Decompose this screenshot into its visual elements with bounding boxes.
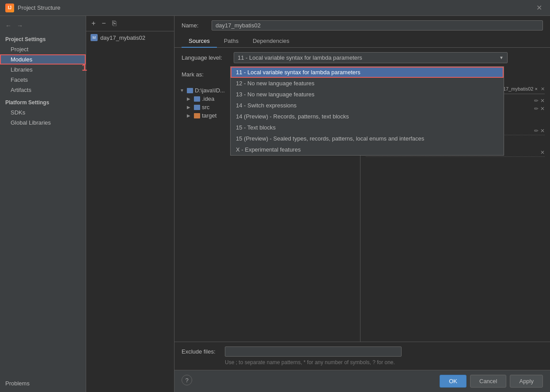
tab-dependencies[interactable]: Dependencies [246, 35, 296, 48]
platform-settings-label: Platform Settings [0, 95, 86, 107]
tree-src-arrow: ▶ [187, 105, 192, 110]
ok-button[interactable]: OK [440, 375, 467, 388]
window-title: Project Structure [18, 4, 61, 11]
add-module-button[interactable]: + [90, 19, 97, 28]
dropdown-arrow-icon: ▼ [499, 55, 504, 60]
mark-as-label: Mark as: [182, 71, 230, 78]
tree-target-label: target [202, 112, 216, 119]
name-input[interactable] [212, 20, 543, 30]
tabs: Sources Paths Dependencies [182, 35, 543, 47]
folder-icon [187, 88, 193, 93]
title-bar: IJ Project Structure ✕ [0, 0, 550, 16]
apply-button[interactable]: Apply [510, 375, 543, 388]
module-icon: M [91, 34, 98, 41]
language-level-value: 11 - Local variable syntax for lambda pa… [238, 54, 362, 61]
exclude-files-label: Exclude files: [182, 348, 221, 355]
sidebar-item-global-libraries[interactable]: Global Libraries [0, 118, 86, 128]
edit-icon-1[interactable]: ✏ [534, 98, 539, 104]
remove-icon-1[interactable]: ✕ [540, 98, 545, 104]
edit-icon-2[interactable]: ✏ [534, 106, 539, 112]
excluded-remove-icon[interactable]: ✕ [540, 149, 545, 156]
src-folder-icon [194, 105, 200, 110]
content-wrapper: Name: Sources Paths Dependencies Languag… [174, 16, 550, 392]
sidebar-item-problems[interactable]: Problems [0, 378, 86, 388]
tree-idea-label: .idea [202, 95, 214, 102]
language-level-dropdown[interactable]: 11 - Local variable syntax for lambda pa… [234, 52, 508, 63]
tree-src-label: src [202, 104, 209, 110]
title-bar-left: IJ Project Structure [5, 4, 61, 12]
sidebar-item-modules[interactable]: Modules [0, 54, 86, 65]
language-level-row: Language level: 11 - Local variable synt… [174, 48, 550, 68]
exclude-row: Exclude files: [182, 346, 543, 357]
sidebar-item-sdks[interactable]: SDKs [0, 107, 86, 118]
sidebar-item-libraries[interactable]: Libraries [0, 65, 86, 75]
exclude-files-section: Exclude files: Use ; to separate name pa… [174, 342, 550, 370]
nav-forward-button[interactable]: → [15, 21, 25, 30]
resource-path-icons: ✏ ✕ [534, 128, 545, 134]
content-area: Name: Sources Paths Dependencies Languag… [174, 16, 550, 370]
dropdown-option-13[interactable]: 13 - No new language features [231, 89, 504, 100]
tab-sources[interactable]: Sources [182, 35, 217, 48]
cancel-button[interactable]: Cancel [470, 375, 506, 388]
dropdown-option-15p[interactable]: 15 (Preview) - Sealed types, records, pa… [231, 133, 504, 144]
sidebar-item-project[interactable]: Project [0, 44, 86, 54]
language-level-dropdown-popup: 11 - Local variable syntax for lambda pa… [230, 66, 504, 156]
footer: ? OK Cancel Apply [174, 370, 550, 392]
help-button[interactable]: ? [182, 375, 192, 385]
mini-tab-close[interactable]: ✕ [541, 86, 545, 91]
remove-module-button[interactable]: − [100, 19, 107, 28]
target-folder-icon [194, 113, 200, 118]
excluded-path-icons: ✕ [540, 149, 545, 156]
tab-paths[interactable]: Paths [217, 35, 246, 48]
tab-content-sources: Language level: 11 - Local variable synt… [174, 48, 550, 370]
resource-remove-icon[interactable]: ✕ [540, 128, 545, 134]
module-list-panel: + − ⎘ M day17_mybatis02 [86, 16, 174, 392]
language-level-label: Language level: [182, 54, 230, 61]
main-layout: ← → Project Settings Project Modules Lib… [0, 16, 550, 392]
content-header: Name: Sources Paths Dependencies [174, 16, 550, 48]
tree-root-arrow: ▼ [180, 88, 185, 93]
dropdown-option-15[interactable]: 15 - Text blocks [231, 122, 504, 133]
sidebar-item-facets[interactable]: Facets [0, 75, 86, 85]
remove-icon-2[interactable]: ✕ [540, 106, 545, 112]
tree-root-label: D:\java\ID... [195, 87, 225, 94]
nav-arrows: ← → [0, 19, 86, 34]
exclude-files-input[interactable] [225, 346, 402, 357]
dropdown-option-14p[interactable]: 14 (Preview) - Records, patterns, text b… [231, 111, 504, 122]
app-logo: IJ [5, 4, 14, 12]
name-row: Name: [182, 20, 543, 30]
dropdown-option-14[interactable]: 14 - Switch expressions [231, 100, 504, 111]
sidebar-item-artifacts[interactable]: Artifacts [0, 85, 86, 95]
module-toolbar: + − ⎘ [86, 16, 174, 31]
copy-module-button[interactable]: ⎘ [110, 19, 118, 28]
dropdown-option-x[interactable]: X - Experimental features [231, 144, 504, 155]
module-name: day17_mybatis02 [100, 34, 145, 41]
name-label: Name: [182, 22, 208, 29]
idea-folder-icon [194, 96, 200, 102]
project-settings-label: Project Settings [0, 34, 86, 44]
nav-back-button[interactable]: ← [4, 21, 13, 30]
dropdown-option-12[interactable]: 12 - No new language features [231, 78, 504, 89]
resource-edit-icon[interactable]: ✏ [534, 128, 539, 134]
module-item[interactable]: M day17_mybatis02 [86, 31, 174, 44]
dropdown-option-11[interactable]: 11 - Local variable syntax for lambda pa… [231, 67, 504, 78]
sidebar: ← → Project Settings Project Modules Lib… [0, 16, 86, 392]
close-button[interactable]: ✕ [534, 3, 545, 13]
tree-idea-arrow: ▶ [187, 96, 192, 101]
tree-target-arrow: ▶ [187, 113, 192, 118]
exclude-files-hint: Use ; to separate name patterns, * for a… [182, 359, 543, 365]
